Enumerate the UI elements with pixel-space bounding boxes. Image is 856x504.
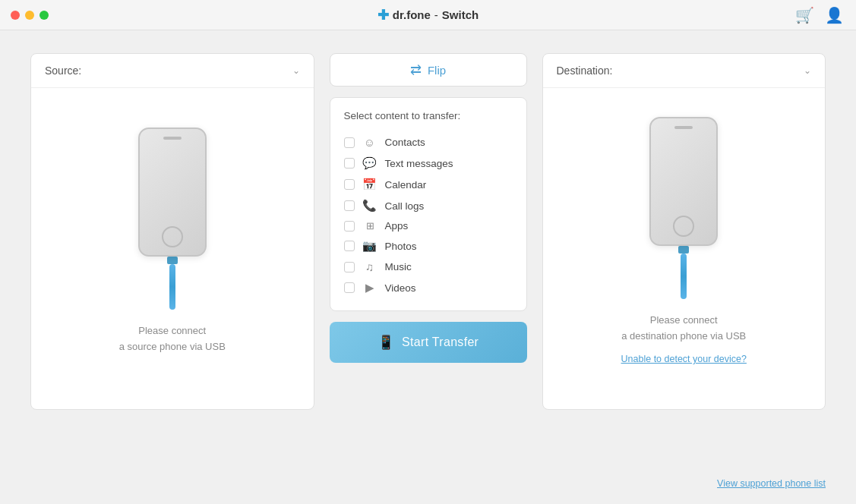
checkbox-photos[interactable] [344,241,355,251]
checkbox-contacts[interactable] [344,137,355,148]
videos-icon: ▶ [362,281,377,295]
music-icon: ♫ [362,260,377,273]
source-phone-illustration [138,128,207,310]
destination-panel-header: Destination: ⌄ [543,54,826,88]
app-subtitle: Switch [442,8,479,21]
contacts-label: Contacts [385,137,425,148]
content-item-call-logs: 📞 Call logs [344,195,513,216]
photos-icon: 📷 [362,239,377,253]
calendar-icon: 📅 [362,178,377,191]
apps-icon: ⊞ [362,220,377,232]
text-messages-label: Text messages [385,158,453,169]
flip-label: Flip [428,64,446,77]
content-item-calendar: 📅 Calendar [344,174,513,195]
checkbox-call-logs[interactable] [344,200,355,211]
source-phone-body [138,128,207,257]
content-item-photos: 📷 Photos [344,235,513,257]
maximize-button[interactable] [39,11,49,20]
source-usb-cable [169,264,175,310]
call-logs-label: Call logs [385,200,425,212]
destination-chevron-icon[interactable]: ⌄ [804,65,811,76]
flip-icon: ⇄ [410,61,422,78]
calendar-label: Calendar [385,179,427,191]
destination-panel: Destination: ⌄ Please connect a destinat… [542,53,826,410]
content-item-apps: ⊞ Apps [344,216,513,235]
destination-phone-illustration [649,117,718,299]
app-dash: - [434,8,438,21]
checkbox-apps[interactable] [344,221,355,232]
music-label: Music [385,261,412,272]
call-logs-icon: 📞 [362,199,377,213]
source-chevron-icon[interactable]: ⌄ [292,65,300,76]
content-item-music: ♫ Music [344,257,513,277]
app-title: ✚ dr.fone - Switch [377,7,479,24]
checkbox-music[interactable] [344,262,355,272]
text-messages-icon: 💬 [362,156,377,170]
titlebar-actions: 🛒 👤 [795,6,844,24]
contacts-icon: ☺ [362,136,377,149]
app-logo-icon: ✚ [377,7,389,24]
source-label: Source: [45,65,81,77]
window-controls [11,11,49,20]
content-item-contacts: ☺ Contacts [344,132,513,153]
source-phone-area: Please connect a source phone via USB [119,88,226,409]
footer-links: View supported phone list [717,478,826,489]
source-panel-header: Source: ⌄ [31,54,314,88]
checkbox-videos[interactable] [344,282,355,293]
destination-usb-tip [678,246,689,254]
user-icon[interactable]: 👤 [825,6,844,24]
flip-button[interactable]: ⇄ Flip [330,53,527,87]
source-connect-text: Please connect a source phone via USB [119,323,226,355]
cart-icon[interactable]: 🛒 [795,6,814,24]
supported-phone-list-link[interactable]: View supported phone list [717,478,826,489]
destination-connect-text: Please connect a destination phone via U… [621,313,746,345]
center-panel: ⇄ Flip Select content to transfer: ☺ Con… [330,53,527,363]
content-select-box: Select content to transfer: ☺ Contacts 💬… [330,97,527,311]
content-select-title: Select content to transfer: [344,110,513,121]
destination-phone-area: Please connect a destination phone via U… [621,88,747,409]
close-button[interactable] [11,11,20,20]
app-name: dr.fone [393,8,431,21]
detect-device-link[interactable]: Unable to detect your device? [621,354,747,364]
titlebar: ✚ dr.fone - Switch 🛒 👤 [0,0,856,30]
destination-usb-cable [681,254,687,299]
source-usb-tip [167,257,178,264]
photos-label: Photos [385,241,417,252]
minimize-button[interactable] [25,11,34,20]
content-item-text-messages: 💬 Text messages [344,153,513,174]
start-transfer-label: Start Transfer [402,335,479,349]
start-transfer-icon: 📱 [377,334,394,351]
checkbox-text-messages[interactable] [344,158,355,169]
content-item-videos: ▶ Videos [344,277,513,298]
destination-label: Destination: [557,65,613,77]
main-content: Source: ⌄ Please connect a source phone … [0,30,856,504]
destination-phone-body [649,117,718,246]
apps-label: Apps [385,220,409,232]
source-panel: Source: ⌄ Please connect a source phone … [30,53,314,410]
start-transfer-button[interactable]: 📱 Start Transfer [330,322,527,363]
checkbox-calendar[interactable] [344,179,355,190]
videos-label: Videos [385,282,416,294]
